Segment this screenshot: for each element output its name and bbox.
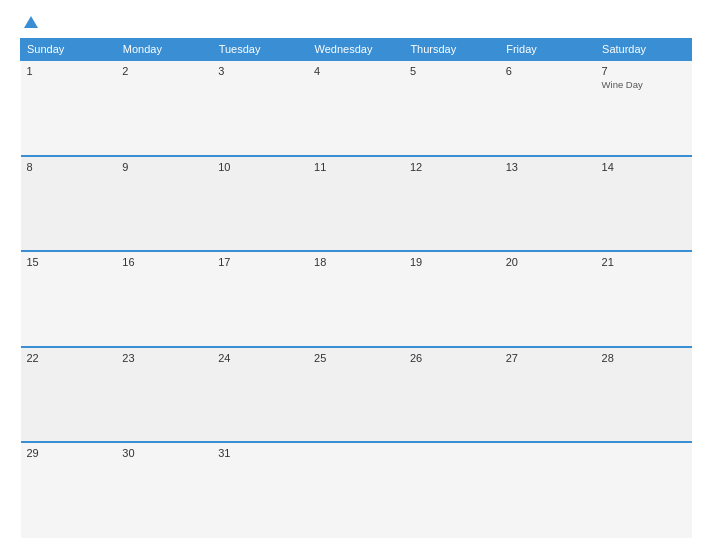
day-number: 25: [314, 352, 398, 364]
calendar-cell: 18: [308, 251, 404, 347]
day-number: 16: [122, 256, 206, 268]
event-label: Wine Day: [602, 79, 686, 90]
calendar-cell: 15: [21, 251, 117, 347]
logo-blue-text: [20, 16, 38, 28]
weekday-header-sunday: Sunday: [21, 39, 117, 61]
logo: [20, 16, 38, 28]
calendar-cell: 6: [500, 60, 596, 156]
day-number: 10: [218, 161, 302, 173]
day-number: 27: [506, 352, 590, 364]
calendar-cell: 2: [116, 60, 212, 156]
day-number: 23: [122, 352, 206, 364]
day-number: 18: [314, 256, 398, 268]
week-row-3: 15161718192021: [21, 251, 692, 347]
calendar-cell: 22: [21, 347, 117, 443]
day-number: 2: [122, 65, 206, 77]
day-number: 19: [410, 256, 494, 268]
calendar-table: SundayMondayTuesdayWednesdayThursdayFrid…: [20, 38, 692, 538]
calendar-page: SundayMondayTuesdayWednesdayThursdayFrid…: [0, 0, 712, 550]
day-number: 12: [410, 161, 494, 173]
weekday-header-friday: Friday: [500, 39, 596, 61]
calendar-cell: 26: [404, 347, 500, 443]
calendar-header: [20, 16, 692, 28]
calendar-cell: 27: [500, 347, 596, 443]
day-number: 22: [27, 352, 111, 364]
calendar-cell: 31: [212, 442, 308, 538]
calendar-cell: 8: [21, 156, 117, 252]
weekday-header-monday: Monday: [116, 39, 212, 61]
calendar-cell: [308, 442, 404, 538]
calendar-cell: 25: [308, 347, 404, 443]
calendar-cell: 23: [116, 347, 212, 443]
calendar-cell: 17: [212, 251, 308, 347]
week-row-1: 1234567Wine Day: [21, 60, 692, 156]
day-number: 6: [506, 65, 590, 77]
day-number: 20: [506, 256, 590, 268]
day-number: 24: [218, 352, 302, 364]
day-number: 21: [602, 256, 686, 268]
day-number: 29: [27, 447, 111, 459]
weekday-header-tuesday: Tuesday: [212, 39, 308, 61]
calendar-cell: 19: [404, 251, 500, 347]
day-number: 14: [602, 161, 686, 173]
day-number: 13: [506, 161, 590, 173]
calendar-cell: 5: [404, 60, 500, 156]
day-number: 4: [314, 65, 398, 77]
calendar-cell: 11: [308, 156, 404, 252]
calendar-cell: 1: [21, 60, 117, 156]
day-number: 26: [410, 352, 494, 364]
calendar-cell: 14: [596, 156, 692, 252]
calendar-cell: [500, 442, 596, 538]
calendar-cell: [404, 442, 500, 538]
week-row-5: 293031: [21, 442, 692, 538]
calendar-cell: 10: [212, 156, 308, 252]
day-number: 11: [314, 161, 398, 173]
day-number: 17: [218, 256, 302, 268]
calendar-cell: 24: [212, 347, 308, 443]
calendar-cell: 4: [308, 60, 404, 156]
day-number: 30: [122, 447, 206, 459]
day-number: 1: [27, 65, 111, 77]
day-number: 31: [218, 447, 302, 459]
day-number: 8: [27, 161, 111, 173]
weekday-header-wednesday: Wednesday: [308, 39, 404, 61]
weekday-header-saturday: Saturday: [596, 39, 692, 61]
weekday-header-row: SundayMondayTuesdayWednesdayThursdayFrid…: [21, 39, 692, 61]
day-number: 3: [218, 65, 302, 77]
logo-triangle-icon: [24, 16, 38, 28]
calendar-cell: 9: [116, 156, 212, 252]
week-row-2: 891011121314: [21, 156, 692, 252]
day-number: 5: [410, 65, 494, 77]
calendar-cell: 12: [404, 156, 500, 252]
week-row-4: 22232425262728: [21, 347, 692, 443]
day-number: 9: [122, 161, 206, 173]
calendar-cell: [596, 442, 692, 538]
calendar-cell: 28: [596, 347, 692, 443]
day-number: 7: [602, 65, 686, 77]
calendar-cell: 29: [21, 442, 117, 538]
calendar-cell: 21: [596, 251, 692, 347]
calendar-cell: 7Wine Day: [596, 60, 692, 156]
calendar-cell: 13: [500, 156, 596, 252]
calendar-cell: 30: [116, 442, 212, 538]
weekday-header-thursday: Thursday: [404, 39, 500, 61]
day-number: 28: [602, 352, 686, 364]
calendar-cell: 20: [500, 251, 596, 347]
calendar-cell: 3: [212, 60, 308, 156]
day-number: 15: [27, 256, 111, 268]
calendar-cell: 16: [116, 251, 212, 347]
